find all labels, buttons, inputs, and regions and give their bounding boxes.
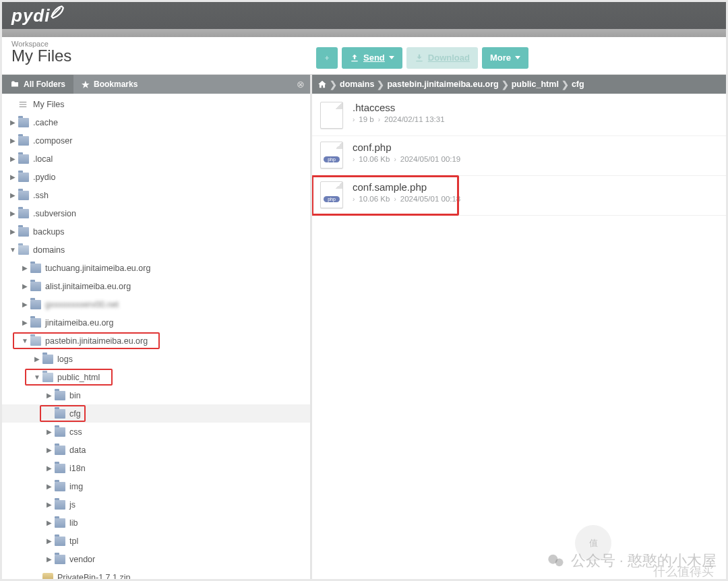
expand-toggle-closed[interactable]: ▶ <box>9 173 17 181</box>
folder-icon <box>55 391 65 400</box>
expand-toggle-closed[interactable]: ▶ <box>45 483 53 490</box>
folder-tree[interactable]: My Files▶.cache▶.composer▶.local▶.pydio▶… <box>2 94 310 579</box>
tab-bookmarks-label: Bookmarks <box>94 80 138 89</box>
tree-item[interactable]: ▶.pydio <box>2 168 310 186</box>
tree-item[interactable]: ▶jinitaimeiba.eu.org <box>2 313 310 332</box>
file-meta: ›19 b›2024/02/11 13:31 <box>353 115 445 123</box>
expand-toggle-closed[interactable]: ▶ <box>45 464 53 472</box>
expand-toggle-closed[interactable]: ▶ <box>45 501 53 508</box>
tree-item-label: domains <box>33 245 65 255</box>
tree-item[interactable]: ▶.ssh <box>2 186 310 204</box>
tab-bookmarks[interactable]: ★ Bookmarks <box>73 75 291 94</box>
tree-item-label: .cache <box>33 118 58 127</box>
tree-item[interactable]: ▶logs <box>2 350 310 368</box>
upload-icon <box>350 53 359 63</box>
app-logo: pydi <box>11 3 65 28</box>
breadcrumb-item[interactable]: cfg <box>572 80 584 89</box>
more-button[interactable]: More <box>482 47 528 69</box>
tree-item-label: cfg <box>69 409 81 419</box>
tree-item[interactable]: ▶.cache <box>2 113 310 131</box>
tree-item[interactable]: ▼pastebin.jinitaimeiba.eu.org <box>2 332 310 350</box>
expand-toggle-closed[interactable]: ▶ <box>21 282 29 290</box>
file-item[interactable]: conf.sample.php›10.06 Kb›2024/05/01 00:1… <box>312 176 726 216</box>
expand-toggle-closed[interactable]: ▶ <box>21 319 29 326</box>
tree-item[interactable]: PrivateBin-1.7.1.zip <box>2 568 310 579</box>
expand-toggle-open[interactable]: ▼ <box>33 373 41 381</box>
chevron-right-icon: ❯ <box>377 80 384 90</box>
tree-item[interactable]: ▶bin <box>2 386 310 404</box>
tree-item[interactable]: ▶.local <box>2 150 310 168</box>
tree-item-label: pastebin.jinitaimeiba.eu.org <box>45 336 148 346</box>
expand-toggle-closed[interactable]: ▶ <box>45 537 53 545</box>
tab-all-folders[interactable]: All Folders <box>2 75 73 94</box>
expand-toggle-closed[interactable]: ▶ <box>9 137 17 144</box>
file-meta: ›10.06 Kb›2024/05/01 00:19 <box>353 155 460 163</box>
file-name: .htaccess <box>353 102 445 113</box>
breadcrumb-item[interactable]: pastebin.jinitaimeiba.eu.org <box>387 80 498 89</box>
tree-item[interactable]: ▶tpl <box>2 532 310 550</box>
tree-item[interactable]: ▶.subversion <box>2 204 310 222</box>
expand-toggle-closed[interactable]: ▶ <box>9 191 17 199</box>
breadcrumb-item[interactable]: public_html <box>512 80 559 89</box>
download-icon <box>415 53 424 63</box>
expand-toggle-closed[interactable]: ▶ <box>21 301 29 308</box>
tree-item[interactable]: ▶backups <box>2 222 310 241</box>
tree-item[interactable]: ▶vendor <box>2 550 310 568</box>
tree-item[interactable]: ▶data <box>2 441 310 459</box>
expand-toggle-closed[interactable]: ▶ <box>45 555 53 563</box>
folder-open-icon <box>10 80 20 88</box>
tree-item[interactable]: cfg <box>2 404 310 423</box>
expand-toggle-closed[interactable]: ▶ <box>45 428 53 435</box>
more-label: More <box>490 53 511 63</box>
breadcrumb: ❯domains❯pastebin.jinitaimeiba.eu.org❯pu… <box>312 75 726 94</box>
tree-item[interactable]: ▶.composer <box>2 131 310 150</box>
expand-toggle-open[interactable]: ▼ <box>21 337 29 344</box>
tree-item-label: .ssh <box>33 191 49 200</box>
chevron-right-icon: ❯ <box>562 80 569 90</box>
new-button[interactable] <box>316 47 338 69</box>
folder-icon <box>18 209 29 218</box>
tree-item-label: img <box>69 482 83 491</box>
expand-toggle-closed[interactable]: ▶ <box>33 355 41 363</box>
folder-icon <box>30 318 41 328</box>
expand-toggle-open[interactable]: ▼ <box>9 246 17 253</box>
folder-icon <box>18 173 29 182</box>
send-button[interactable]: Send <box>342 47 402 69</box>
breadcrumb-item[interactable]: domains <box>340 80 374 89</box>
expand-toggle-closed[interactable]: ▶ <box>9 119 17 126</box>
expand-toggle-closed[interactable]: ▶ <box>9 210 17 217</box>
sidebar-close[interactable]: ⊗ <box>291 75 310 94</box>
expand-toggle-closed[interactable]: ▶ <box>45 392 53 399</box>
tree-item[interactable]: ▼public_html <box>2 368 310 386</box>
folder-icon <box>55 464 65 473</box>
tree-item[interactable]: My Files <box>2 95 310 113</box>
tree-item-label: public_html <box>57 373 100 382</box>
expand-toggle-closed[interactable]: ▶ <box>9 155 17 162</box>
tree-item[interactable]: ▶img <box>2 477 310 495</box>
expand-toggle-closed[interactable]: ▶ <box>45 519 53 526</box>
content: ❯domains❯pastebin.jinitaimeiba.eu.org❯pu… <box>312 75 726 579</box>
logo-bar: pydi <box>2 2 726 29</box>
file-item[interactable]: .htaccess›19 b›2024/02/11 13:31 <box>312 96 726 136</box>
file-item[interactable]: conf.php›10.06 Kb›2024/05/01 00:19 <box>312 136 726 176</box>
file-list[interactable]: .htaccess›19 b›2024/02/11 13:31conf.php›… <box>312 94 726 579</box>
breadcrumb-home[interactable] <box>317 80 327 89</box>
tree-item[interactable]: ▶js <box>2 495 310 514</box>
folder-icon <box>55 518 65 528</box>
folder-icon <box>42 355 53 364</box>
expand-toggle-closed[interactable]: ▶ <box>9 228 17 235</box>
tree-item[interactable]: ▶tuchuang.jinitaimeiba.eu.org <box>2 259 310 277</box>
tree-item[interactable]: ▼domains <box>2 241 310 259</box>
tree-item[interactable]: ▶i18n <box>2 459 310 477</box>
tree-item-label: .pydio <box>33 173 55 182</box>
home-icon <box>18 100 29 109</box>
file-name: conf.php <box>353 142 460 153</box>
expand-toggle-closed[interactable]: ▶ <box>45 446 53 454</box>
tree-item[interactable]: ▶lib <box>2 514 310 532</box>
tree-item[interactable]: ▶alist.jinitaimeiba.eu.org <box>2 277 310 295</box>
expand-toggle-closed[interactable]: ▶ <box>21 264 29 272</box>
folder-icon <box>55 537 65 546</box>
tree-item[interactable]: ▶css <box>2 423 310 441</box>
tree-item[interactable]: ▶gxxxxxxxxerv00.net <box>2 295 310 313</box>
download-label: Download <box>428 53 470 63</box>
